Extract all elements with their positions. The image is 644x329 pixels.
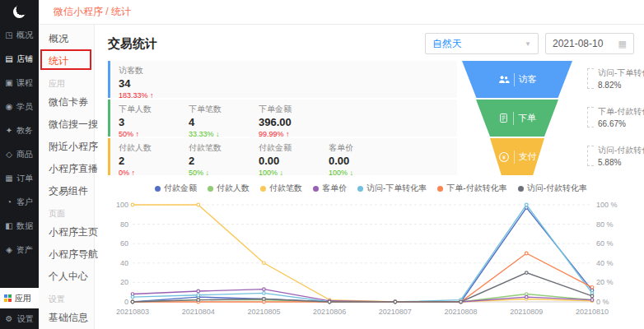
rail-item-label: 概况 (16, 30, 33, 41)
legend-label: 付款笔数 (269, 183, 302, 194)
students-icon: ◉ (4, 102, 14, 111)
subnav-item-wechat-search[interactable]: 微信搜一搜 (39, 114, 94, 136)
rail-bottom: 应用 ⚙ 设置 (0, 288, 39, 329)
legend-item-1[interactable]: 付款人数 (208, 183, 250, 194)
app-logo[interactable] (0, 0, 39, 23)
svg-text:100 %: 100 % (596, 201, 618, 209)
legend-label: 客单价 (322, 183, 347, 194)
legend-dot (313, 186, 319, 192)
subnav-section-pages: 页面 (39, 202, 94, 221)
stat-change: 50% ↓ (189, 169, 250, 177)
stat-label: 下单人数 (119, 104, 180, 115)
chart-legend: 付款金额付款人数付款笔数客单价访问-下单转化率下单-付款转化率访问-付款转化率 (108, 183, 634, 194)
stat-change: 100% ↓ (259, 169, 320, 177)
rail-item-data[interactable]: ◧数据 (0, 214, 39, 238)
rail-item-customers[interactable]: ◔客户 (0, 190, 39, 214)
rail-item-course[interactable]: ▣课程 (0, 71, 39, 95)
stat-value: 0.00 (329, 155, 390, 167)
subnav-item-miniprogram-nav[interactable]: 小程序导航 (39, 243, 94, 266)
subnav-item-nearby-miniprogram[interactable]: 附近小程序 (39, 136, 94, 158)
stat-order-amount: 下单金额396.0099.99% ↑ (250, 100, 320, 137)
rail-item-academic[interactable]: ✦教务 (0, 118, 39, 142)
stat-change: 50% ↑ (119, 130, 180, 138)
svg-text:20210809: 20210809 (510, 308, 543, 316)
date-picker-value: 2021-08-10 (553, 38, 603, 49)
secondary-sidebar: 概况统计应用微信卡券微信搜一搜附近小程序小程序直播交易组件页面小程序主页小程序导… (39, 25, 95, 329)
svg-text:20210805: 20210805 (247, 308, 280, 316)
rail-item-overview[interactable]: ◳概况 (0, 23, 39, 47)
legend-item-4[interactable]: 访问-下单转化率 (357, 183, 427, 194)
stat-change: 0% ↑ (119, 169, 180, 177)
legend-dot (260, 186, 266, 192)
svg-text:40: 40 (120, 259, 128, 267)
stat-visitors: 访客数34183.33% ↑ (110, 61, 180, 98)
order-icon (498, 113, 509, 123)
overview-icon: ◳ (4, 30, 14, 39)
subnav-item-personal-center[interactable]: 个人中心 (39, 266, 94, 288)
legend-item-6[interactable]: 访问-付款转化率 (518, 183, 587, 194)
visitors-icon (498, 74, 510, 86)
subnav-item-miniprogram-home[interactable]: 小程序主页 (39, 221, 94, 243)
stat-label: 付款金额 (259, 142, 320, 154)
rail-item-label: 课程 (16, 77, 33, 89)
period-select[interactable]: 自然天 ▼ (425, 33, 539, 54)
rail-item-apps[interactable]: 应用 (0, 288, 39, 308)
main-content: 交易统计 自然天 ▼ 2021-08-10 ▦ 访客数34183.33% ↑下单… (95, 25, 644, 329)
legend-item-0[interactable]: 付款金额 (155, 183, 197, 194)
svg-text:20210807: 20210807 (379, 308, 412, 316)
stat-row-1: 下单人数350% ↑下单笔数433.33% ↓下单金额396.0099.99% … (108, 100, 457, 137)
subnav-item-basic-info[interactable]: 基础信息 (39, 307, 94, 329)
subnav-item-miniprogram-live[interactable]: 小程序直播 (39, 158, 94, 180)
conversion-rates: 访问-下单转化率8.82%下单-付款转化率66.67%访问-付款转化率5.88% (577, 61, 644, 175)
svg-text:20210804: 20210804 (182, 308, 215, 316)
funnel-label: 访客 (519, 73, 537, 86)
subnav-item-overview[interactable]: 概况 (39, 28, 94, 50)
funnel-label: 支付 (519, 151, 537, 163)
conversion-funnel: 访客下单¥支付 (457, 61, 577, 175)
svg-text:20210808: 20210808 (445, 308, 478, 316)
stat-value: 34 (119, 77, 180, 90)
rail-item-settings[interactable]: ⚙ 设置 (0, 308, 39, 329)
svg-text:0: 0 (124, 298, 128, 306)
svg-text:20210806: 20210806 (313, 308, 346, 316)
rate-label: 访问-下单转化率 (598, 67, 644, 79)
rail-settings-label: 设置 (17, 313, 34, 325)
svg-text:80 %: 80 % (596, 220, 614, 229)
legend-item-3[interactable]: 客单价 (313, 183, 347, 194)
stat-value: 396.00 (259, 116, 320, 128)
main-header: 交易统计 自然天 ▼ 2021-08-10 ▦ (108, 31, 634, 56)
stat-change: 99.99% ↑ (259, 130, 320, 138)
date-picker[interactable]: 2021-08-10 ▦ (545, 33, 634, 54)
stat-order-count: 下单笔数433.33% ↓ (180, 100, 250, 137)
rail-item-shop[interactable]: ▤店铺 (0, 47, 39, 71)
rail-item-label: 学员 (16, 101, 33, 113)
legend-item-5[interactable]: 下单-付款转化率 (437, 183, 506, 194)
svg-text:20210810: 20210810 (576, 308, 609, 316)
legend-item-2[interactable]: 付款笔数 (260, 183, 302, 194)
stat-rows: 访客数34183.33% ↑下单人数350% ↑下单笔数433.33% ↓下单金… (108, 61, 457, 175)
rail-item-orders[interactable]: ▦订单 (0, 166, 39, 190)
rail-item-assets[interactable]: ◈资产 (0, 238, 39, 262)
stat-label: 付款人数 (119, 142, 180, 154)
subnav-item-wechat-cards[interactable]: 微信卡券 (39, 91, 94, 114)
legend-dot (437, 186, 443, 192)
subnav-item-trade-component[interactable]: 交易组件 (39, 180, 94, 202)
svg-text:80: 80 (120, 220, 128, 229)
stat-order-users: 下单人数350% ↑ (110, 100, 180, 137)
rail-item-label: 教务 (16, 125, 33, 137)
rail-item-students[interactable]: ◉学员 (0, 95, 39, 118)
subnav-section-apps: 应用 (39, 72, 94, 91)
subnav-item-statistics[interactable]: 统计 (39, 50, 94, 72)
logo-icon (13, 6, 26, 18)
rail-item-label: 客户 (16, 197, 33, 208)
legend-dot (357, 186, 363, 192)
svg-text:60: 60 (120, 239, 128, 248)
stat-value: 2 (119, 155, 180, 167)
legend-dot (155, 186, 161, 192)
stat-value: 3 (119, 116, 180, 128)
funnel-divider (514, 151, 515, 164)
funnel-segment-visitors: 访客 (462, 61, 572, 98)
rail-item-goods[interactable]: ◇商品 (0, 142, 39, 166)
legend-label: 付款金额 (164, 183, 197, 194)
legend-dot (518, 186, 524, 192)
